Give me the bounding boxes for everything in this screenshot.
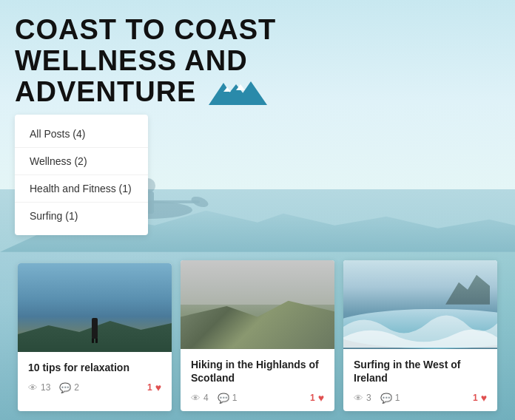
card-surfing-meta: 👁 3 💬 1 1 ♥	[354, 392, 487, 404]
views-item-2: 👁 4	[191, 393, 209, 404]
card-img-surf	[343, 260, 497, 349]
cards-section: 10 tips for relaxation 👁 13 💬 2 1 ♥	[0, 260, 515, 420]
comment-icon-2: 💬	[218, 393, 229, 404]
title-line1: COAST TO COAST	[15, 15, 276, 46]
svg-rect-12	[92, 328, 97, 338]
card-highlands[interactable]: Hiking in the Highlands of Scotland 👁 4 …	[181, 260, 334, 411]
eye-icon: 👁	[28, 382, 38, 393]
like-count-3: 1	[473, 393, 478, 403]
card-img-lake	[18, 263, 172, 352]
svg-rect-17	[247, 334, 249, 338]
like-button-1[interactable]: 1 ♥	[147, 382, 161, 393]
nav-wellness[interactable]: Wellness (2)	[15, 148, 148, 175]
svg-rect-13	[92, 338, 94, 343]
page-content: COAST TO COAST WELLNESS AND ADVENTURE Al…	[0, 0, 515, 250]
comment-count-3: 1	[395, 393, 400, 403]
card-relaxation[interactable]: 10 tips for relaxation 👁 13 💬 2 1 ♥	[18, 263, 172, 411]
card-highlands-title: Hiking in the Highlands of Scotland	[191, 358, 324, 385]
site-title: COAST TO COAST WELLNESS AND ADVENTURE	[15, 15, 500, 107]
card-highlands-meta: 👁 4 💬 1 1 ♥	[191, 392, 324, 404]
views-item: 👁 13	[28, 382, 50, 393]
nav-surfing[interactable]: Surfing (1)	[15, 203, 148, 229]
highlands-figure-icon	[246, 319, 254, 338]
like-button-2[interactable]: 1 ♥	[310, 392, 324, 404]
card-highlands-body: Hiking in the Highlands of Scotland 👁 4 …	[181, 349, 334, 411]
card-relaxation-body: 10 tips for relaxation 👁 13 💬 2 1 ♥	[18, 352, 172, 401]
card-relaxation-title: 10 tips for relaxation	[28, 361, 161, 374]
svg-point-15	[247, 319, 252, 325]
card-relaxation-stats: 👁 13 💬 2	[28, 382, 79, 393]
svg-rect-18	[251, 334, 253, 338]
figure-icon	[90, 321, 99, 343]
card-relaxation-meta: 👁 13 💬 2 1 ♥	[28, 382, 161, 393]
waves-icon	[343, 305, 497, 349]
eye-icon-2: 👁	[191, 393, 201, 404]
like-button-3[interactable]: 1 ♥	[473, 392, 487, 404]
svg-rect-14	[95, 338, 98, 343]
card-highlands-image	[181, 260, 334, 349]
comment-icon-3: 💬	[380, 393, 392, 404]
views-item-3: 👁 3	[354, 393, 371, 404]
like-count-2: 1	[310, 393, 315, 403]
card-surfing-stats: 👁 3 💬 1	[354, 393, 400, 404]
title-line2: WELLNESS AND	[15, 46, 276, 77]
svg-point-11	[92, 322, 98, 328]
eye-icon-3: 👁	[354, 393, 363, 404]
comments-item-2: 💬 1	[218, 393, 238, 404]
heart-icon-1: ♥	[155, 382, 161, 393]
card-surfing-title: Surfing in the West of Ireland	[354, 358, 487, 385]
title-line3: ADVENTURE	[15, 77, 196, 108]
svg-rect-16	[248, 325, 252, 334]
heart-icon-3: ♥	[481, 392, 487, 404]
nav-all-posts[interactable]: All Posts (4)	[15, 121, 148, 148]
comments-item-3: 💬 1	[380, 393, 400, 404]
view-count-2: 4	[203, 393, 209, 403]
card-img-highlands	[181, 260, 334, 349]
comment-count: 2	[74, 382, 79, 393]
comments-item: 💬 2	[59, 382, 79, 393]
view-count-3: 3	[366, 393, 371, 403]
comment-count-2: 1	[232, 393, 238, 403]
view-count: 13	[41, 382, 50, 393]
card-relaxation-image	[18, 263, 172, 352]
comment-icon: 💬	[59, 382, 71, 393]
mountain-decoration-icon	[205, 77, 272, 106]
heart-icon-2: ♥	[318, 392, 324, 404]
like-count-1: 1	[147, 382, 152, 393]
card-surfing[interactable]: Surfing in the West of Ireland 👁 3 💬 1 1…	[343, 260, 497, 411]
nav-health-fitness[interactable]: Health and Fitness (1)	[15, 175, 148, 203]
category-nav: All Posts (4) Wellness (2) Health and Fi…	[15, 115, 148, 235]
card-highlands-stats: 👁 4 💬 1	[191, 393, 237, 404]
card-surfing-image	[343, 260, 497, 349]
card-surfing-body: Surfing in the West of Ireland 👁 3 💬 1 1…	[343, 349, 497, 411]
